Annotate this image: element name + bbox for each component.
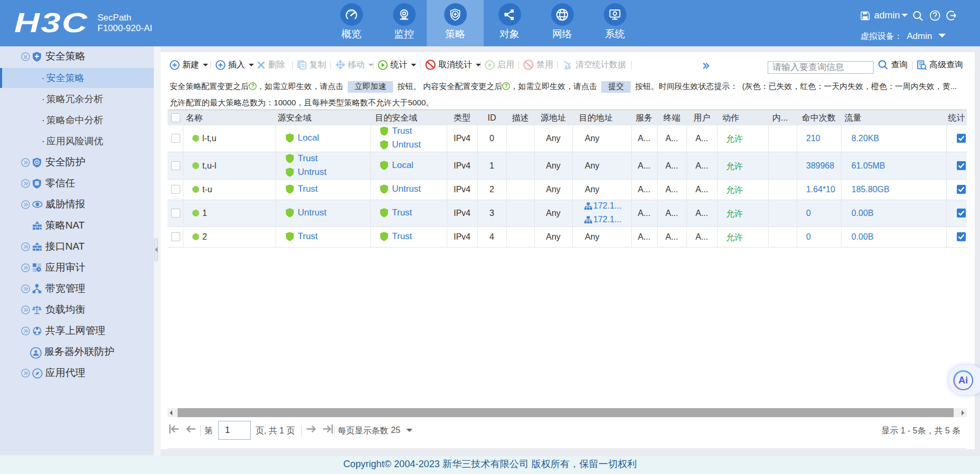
svg-text:?: ?: [505, 83, 508, 89]
svg-text:?: ?: [251, 83, 254, 89]
